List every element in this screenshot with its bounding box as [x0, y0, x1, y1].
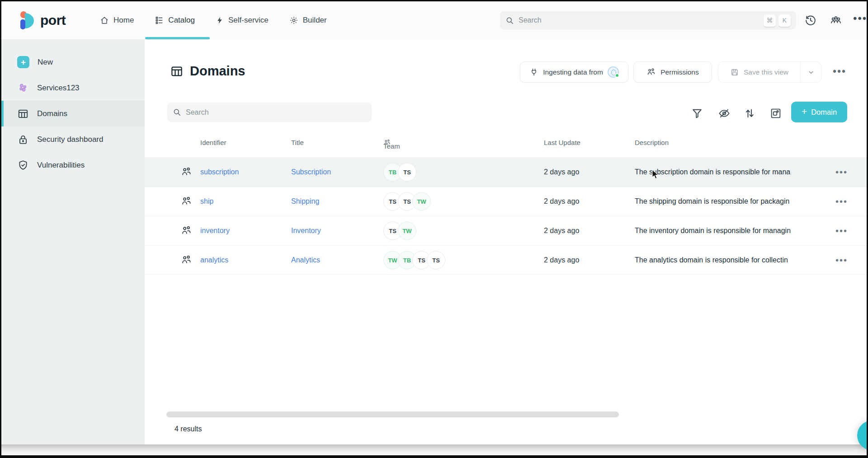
sidebar-item-label: Services123: [37, 84, 80, 93]
domain-blueprint-icon: [181, 196, 193, 207]
page-more-icon[interactable]: •••: [833, 65, 846, 78]
row-identifier-link[interactable]: inventory: [200, 227, 230, 235]
column-header-description[interactable]: Description: [635, 139, 669, 146]
row-actions-button[interactable]: •••: [835, 167, 848, 178]
row-title-link[interactable]: Shipping: [291, 197, 319, 206]
row-description: The inventory domain is responsible for …: [635, 227, 833, 235]
row-description: The subscription domain is responsible f…: [635, 168, 833, 176]
column-header-last-update[interactable]: Last Update: [544, 139, 580, 146]
row-last-update: 2 days ago: [544, 256, 579, 264]
k-keycap: K: [778, 14, 791, 27]
home-icon: [100, 16, 109, 25]
table-icon: [170, 65, 184, 78]
sidebar-item-services123[interactable]: Services123: [1, 75, 145, 101]
add-domain-label: Domain: [811, 108, 837, 117]
avatar[interactable]: TW: [412, 192, 431, 211]
sidebar: + New Services123 Domains Security dashb…: [1, 39, 145, 444]
ingesting-data-button[interactable]: Ingesting data from: [520, 61, 628, 83]
row-team-avatars: TSTSTW: [383, 192, 431, 211]
table-row[interactable]: analyticsAnalyticsTWTBTSTS2 days agoThe …: [145, 245, 867, 275]
bottom-shadow-band: [1, 444, 867, 455]
nav-catalog-label: Catalog: [168, 16, 195, 25]
sidebar-item-security-dashboard[interactable]: Security dashboard: [1, 126, 145, 152]
row-team-avatars: TWTBTSTS: [383, 251, 445, 269]
results-count: 4 results: [175, 425, 202, 433]
sidebar-item-label: Security dashboard: [37, 135, 103, 144]
table-search[interactable]: [167, 103, 372, 122]
row-description: The shipping domain is responsible for p…: [635, 197, 833, 206]
plug-icon: [529, 68, 538, 77]
domain-blueprint-icon: [181, 254, 193, 266]
hide-columns-icon[interactable]: [718, 107, 731, 120]
column-header-team[interactable]: Team: [383, 139, 391, 146]
row-title-link[interactable]: Inventory: [291, 227, 321, 235]
save-view-button[interactable]: Save this view: [718, 62, 800, 82]
nav-home[interactable]: Home: [100, 16, 134, 25]
global-search-input[interactable]: [519, 16, 761, 24]
avatar[interactable]: TS: [398, 163, 416, 182]
row-identifier-link[interactable]: ship: [200, 197, 213, 206]
add-domain-button[interactable]: + Domain: [791, 102, 847, 122]
teams-icon[interactable]: [830, 14, 842, 27]
row-team-avatars: TBTS: [383, 163, 416, 182]
chevron-down-icon: [807, 68, 815, 76]
top-bar: port Home Catalog Self-service Builder: [1, 1, 867, 39]
table-search-input[interactable]: [186, 108, 366, 117]
catalog-icon: [155, 16, 164, 25]
port-logo[interactable]: port: [19, 10, 66, 30]
more-icon[interactable]: •••: [853, 12, 867, 25]
search-icon: [173, 108, 181, 117]
sidebar-item-domains[interactable]: Domains: [1, 101, 145, 126]
connector-badge-icon: [608, 66, 619, 78]
row-identifier-link[interactable]: analytics: [200, 256, 228, 264]
table-row[interactable]: subscriptionSubscriptionTBTS2 days agoTh…: [145, 157, 867, 187]
row-actions-button[interactable]: •••: [835, 255, 848, 265]
shield-icon: [17, 159, 29, 171]
column-header-team-label: Team: [383, 142, 400, 150]
nav-home-label: Home: [113, 16, 134, 25]
main-nav: Home Catalog Self-service Builder: [100, 1, 327, 39]
column-header-title[interactable]: Title: [291, 139, 304, 146]
nav-builder-label: Builder: [303, 16, 327, 25]
page-title-text: Domains: [190, 64, 245, 79]
row-title-link[interactable]: Analytics: [291, 256, 320, 264]
avatar[interactable]: TS: [427, 251, 445, 269]
domain-blueprint-icon: [181, 166, 193, 178]
row-actions-button[interactable]: •••: [835, 226, 848, 236]
column-header-identifier[interactable]: Identifier: [200, 139, 226, 146]
main-content: Domains Ingesting data from Permissions …: [145, 39, 867, 444]
plus-icon: +: [802, 106, 807, 117]
permissions-button[interactable]: Permissions: [633, 61, 712, 83]
row-actions-button[interactable]: •••: [835, 196, 848, 207]
lightning-icon: [216, 16, 224, 25]
sidebar-item-label: New: [38, 58, 53, 67]
nav-builder[interactable]: Builder: [289, 16, 327, 25]
row-team-avatars: TSTW: [383, 222, 416, 240]
page-title: Domains: [170, 64, 245, 79]
domain-blueprint-icon: [181, 225, 193, 237]
avatar[interactable]: TW: [398, 222, 416, 240]
history-icon[interactable]: [804, 14, 817, 27]
nav-self-service[interactable]: Self-service: [216, 16, 269, 25]
row-identifier-link[interactable]: subscription: [200, 168, 239, 176]
global-search[interactable]: ⌘ K: [500, 11, 796, 29]
save-view-dropdown[interactable]: [800, 62, 821, 82]
cmd-keycap: ⌘: [764, 14, 776, 27]
row-last-update: 2 days ago: [544, 227, 579, 235]
app-window: port Home Catalog Self-service Builder: [0, 0, 868, 458]
horizontal-scrollbar[interactable]: [166, 411, 619, 417]
sidebar-item-label: Domains: [37, 109, 67, 118]
table-row[interactable]: inventoryInventoryTSTW2 days agoThe inve…: [145, 216, 867, 245]
ingesting-label: Ingesting data from: [543, 68, 603, 76]
services-cluster-icon: [17, 82, 29, 94]
sidebar-item-vulnerabilities[interactable]: Vulnerabilities: [1, 152, 145, 178]
sidebar-item-new[interactable]: + New: [1, 49, 145, 75]
sort-icon[interactable]: [743, 107, 756, 120]
plus-square-icon: +: [17, 56, 29, 68]
table-row[interactable]: shipShippingTSTSTW2 days agoThe shipping…: [145, 187, 867, 216]
filter-icon[interactable]: [691, 107, 703, 120]
gear-icon: [289, 16, 298, 25]
group-by-icon[interactable]: [769, 107, 782, 120]
row-title-link[interactable]: Subscription: [291, 168, 331, 176]
nav-catalog[interactable]: Catalog: [155, 16, 195, 25]
